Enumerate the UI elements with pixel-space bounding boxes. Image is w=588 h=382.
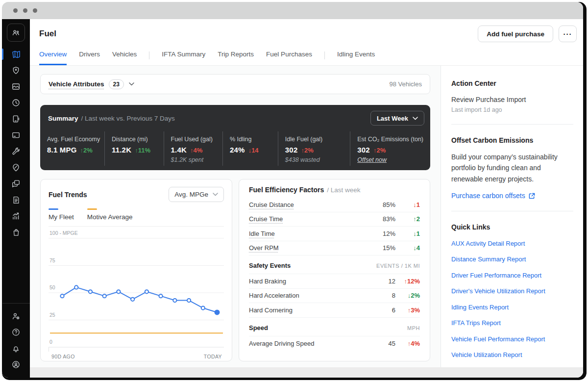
svg-text:50: 50 bbox=[49, 284, 55, 290]
sidebar-item-dashcam[interactable] bbox=[2, 78, 30, 95]
add-fuel-purchase-button[interactable]: Add fuel purchase bbox=[478, 25, 553, 42]
wrench-icon bbox=[11, 147, 21, 156]
tab-drivers[interactable]: Drivers bbox=[79, 51, 100, 65]
factor-label[interactable]: Over RPM bbox=[249, 244, 374, 252]
offset-now-link[interactable]: Offset now bbox=[357, 156, 387, 163]
quick-link-ifta-trips[interactable]: IFTA Trips Report bbox=[451, 319, 573, 327]
quick-link-vehicle-utilization[interactable]: Vehicle Utilization Report bbox=[451, 351, 573, 358]
sidebar-item-fleet-users[interactable] bbox=[7, 24, 25, 42]
sidebar-item-device[interactable] bbox=[2, 111, 30, 127]
trend-metric-value: Avg. MPGe bbox=[174, 191, 208, 198]
account-icon bbox=[11, 360, 21, 369]
date-range-selector[interactable]: Last Week bbox=[370, 111, 424, 126]
section-unit: MPH bbox=[407, 325, 420, 331]
review-purchase-import-link[interactable]: Review Purchase Import bbox=[451, 96, 573, 103]
purchase-carbon-offsets-link[interactable]: Purchase carbon offsets bbox=[451, 192, 535, 200]
metric-value: 302 bbox=[357, 146, 370, 154]
legend-label: My Fleet bbox=[49, 213, 74, 221]
factor-value: 15% bbox=[374, 244, 395, 252]
factor-row: Cruise Time 83% ↑2 bbox=[249, 212, 420, 227]
efficiency-title: Fuel Efficiency Factors bbox=[249, 186, 324, 194]
quick-link-driver-fuel-performance[interactable]: Driver Fuel Performance Report bbox=[451, 272, 573, 279]
metric-value: 1.4K bbox=[171, 146, 187, 154]
traffic-light-minimize-icon[interactable] bbox=[23, 8, 27, 13]
metric-delta: ↑4% bbox=[190, 147, 202, 154]
metric-delta: ↑2% bbox=[373, 147, 386, 154]
sidebar-item-dispatch[interactable] bbox=[2, 159, 30, 176]
metric-value: 8.1 MPG bbox=[47, 146, 77, 154]
tab-trip-reports[interactable]: Trip Reports bbox=[218, 51, 254, 65]
reports-chart-icon bbox=[11, 211, 21, 221]
factor-row: Idle Time 12% ↓1 bbox=[249, 227, 420, 241]
metric-delta: ↓14 bbox=[248, 147, 259, 154]
sidebar-item-shield[interactable] bbox=[2, 62, 30, 78]
svg-text:0: 0 bbox=[49, 339, 52, 345]
sidebar-item-messages[interactable] bbox=[2, 176, 30, 192]
factor-delta: ↓4 bbox=[395, 244, 420, 252]
document-icon bbox=[12, 196, 21, 204]
app-sidebar bbox=[2, 19, 30, 378]
quick-link-aux-activity[interactable]: AUX Activity Detail Report bbox=[451, 240, 573, 247]
svg-text:100 - MPGE: 100 - MPGE bbox=[49, 230, 78, 236]
safety-row: Hard Cornering 6 ↑3% bbox=[249, 303, 420, 318]
more-options-button[interactable]: ··· bbox=[559, 25, 577, 42]
metric-label: Idle Fuel (gal) bbox=[285, 136, 343, 143]
safety-label: Hard Cornering bbox=[249, 306, 374, 314]
factor-row: Over RPM 15% ↓4 bbox=[249, 241, 420, 256]
svg-text:25: 25 bbox=[49, 312, 55, 318]
speed-row: Average Driving Speed 45 ↑4% bbox=[249, 336, 420, 351]
chevron-down-icon bbox=[413, 117, 418, 120]
vehicle-attributes-bar: Vehicle Attributes 23 98 Vehicles bbox=[40, 74, 430, 94]
sidebar-item-marketplace[interactable] bbox=[2, 224, 30, 240]
factor-label[interactable]: Cruise Time bbox=[249, 215, 374, 223]
quick-link-idling-events[interactable]: Idling Events Report bbox=[451, 304, 573, 311]
sidebar-item-reports[interactable] bbox=[2, 208, 30, 224]
sidebar-item-maintenance[interactable] bbox=[2, 143, 30, 159]
tab-overview[interactable]: Overview bbox=[39, 51, 67, 65]
bell-icon bbox=[11, 344, 21, 353]
sidebar-item-fuel-card[interactable] bbox=[2, 127, 30, 143]
vehicle-attributes-filter[interactable]: Vehicle Attributes bbox=[49, 80, 104, 88]
quick-link-distance-summary[interactable]: Distance Summary Report bbox=[451, 255, 573, 263]
factor-value: 83% bbox=[374, 215, 395, 223]
trend-metric-selector[interactable]: Avg. MPGe bbox=[169, 187, 224, 202]
factor-label[interactable]: Idle Time bbox=[249, 230, 374, 237]
metric-value: 24% bbox=[230, 146, 245, 154]
summary-title: Summary bbox=[48, 115, 78, 122]
factor-delta: ↓1 bbox=[395, 201, 420, 208]
dashcam-icon bbox=[11, 82, 21, 91]
sidebar-item-account[interactable] bbox=[2, 357, 30, 373]
sidebar-item-admin[interactable] bbox=[2, 308, 30, 324]
chart-legend: My Fleet Motive Average bbox=[49, 208, 224, 227]
factor-label[interactable]: Cruise Distance bbox=[249, 201, 374, 208]
speed-delta: ↑4% bbox=[395, 340, 420, 347]
sidebar-item-notifications[interactable] bbox=[2, 340, 30, 357]
sidebar-item-help[interactable] bbox=[2, 324, 30, 340]
traffic-light-zoom-icon[interactable] bbox=[33, 8, 37, 13]
metric-fuel-used: Fuel Used (gal) 1.4K ↑4% $1.2K spent bbox=[164, 131, 223, 166]
motive-average-swatch bbox=[87, 208, 97, 210]
safety-events-section: Safety Events EVENTS / 1K MI bbox=[249, 262, 420, 274]
sidebar-item-documents[interactable] bbox=[2, 192, 30, 208]
safety-delta: ↓2% bbox=[395, 292, 420, 299]
factor-delta: ↑2 bbox=[395, 215, 420, 223]
factor-row: Cruise Distance 85% ↓1 bbox=[249, 198, 420, 212]
tab-idling-events[interactable]: Idling Events bbox=[337, 51, 375, 65]
sidebar-item-map[interactable] bbox=[2, 46, 30, 62]
date-range-value: Last Week bbox=[377, 115, 408, 122]
metric-note: $438 wasted bbox=[285, 156, 343, 163]
fleet-users-icon bbox=[11, 28, 21, 37]
quick-link-vehicle-fuel-performance[interactable]: Vehicle Fuel Performance Report bbox=[451, 335, 573, 343]
tab-fuel-purchases[interactable]: Fuel Purchases bbox=[266, 51, 312, 65]
app-window: Fuel Add fuel purchase ··· Overview Driv… bbox=[2, 2, 587, 380]
quick-link-drivers-vehicle-utilization[interactable]: Driver's Vehicle Utilization Report bbox=[451, 287, 573, 295]
legend-motive-average[interactable]: Motive Average bbox=[87, 208, 133, 221]
metric-label: % Idling bbox=[230, 136, 271, 143]
tab-vehicles[interactable]: Vehicles bbox=[112, 51, 137, 65]
legend-my-fleet[interactable]: My Fleet bbox=[49, 208, 74, 221]
chevron-down-icon[interactable] bbox=[129, 82, 134, 86]
sidebar-item-clock[interactable] bbox=[2, 95, 30, 111]
traffic-light-close-icon[interactable] bbox=[13, 8, 18, 13]
safety-row: Hard Braking 12 ↑12% bbox=[249, 274, 420, 289]
tab-ifta-summary[interactable]: IFTA Summary bbox=[162, 51, 205, 65]
